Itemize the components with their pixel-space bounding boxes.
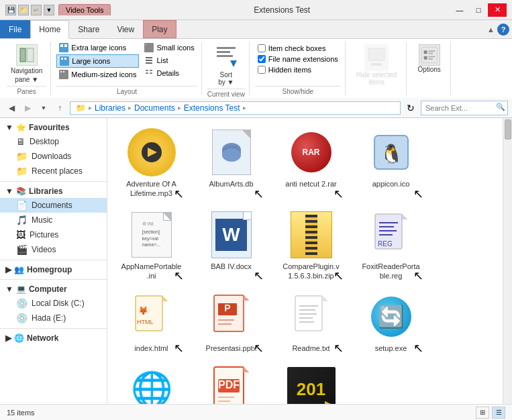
tab-file[interactable]: File (0, 20, 30, 38)
item-check-boxes-label: Item check boxes (268, 44, 326, 52)
search-input[interactable] (421, 101, 508, 115)
svg-rect-3 (60, 44, 63, 47)
help-button[interactable]: ? (497, 23, 509, 36)
file-compareplugin-zip[interactable]: ComparePlugin.v1.5.6.3.bin.zip ↖ (272, 206, 350, 286)
statusbar-right: ⊞ ☰ (476, 407, 505, 419)
sidebar-item-local-disk[interactable]: 💿 Local Disk (C:) (0, 296, 107, 311)
large-icon-view-toggle[interactable]: ⊞ (476, 407, 489, 419)
svg-rect-28 (423, 56, 427, 60)
svg-rect-27 (423, 50, 427, 54)
options-button[interactable]: Options (412, 42, 446, 76)
details-view-toggle[interactable]: ☰ (492, 407, 505, 419)
file-readme-txt[interactable]: Readme.txt ↖ (272, 288, 350, 358)
close-button[interactable]: ✕ (488, 3, 507, 17)
tab-play[interactable]: Play (143, 20, 176, 38)
file-appicon-ico[interactable]: 🐧 appicon.ico ↖ (352, 123, 429, 203)
quick-arrow-icon[interactable]: ▼ (44, 5, 54, 15)
forward-button[interactable]: ▶ (20, 101, 35, 115)
breadcrumb-documents[interactable]: Documents (134, 103, 175, 113)
sidebar-item-pictures[interactable]: 🖼 Pictures (0, 227, 107, 242)
scrollbar-thumb[interactable] (505, 119, 511, 140)
hidden-items-row[interactable]: Hidden items (258, 66, 338, 74)
sort-by-button[interactable]: Sortby ▼ (213, 42, 240, 89)
video-tools-label[interactable]: Video Tools (58, 4, 111, 15)
file-index-html[interactable]: 🦊 HTML index.html ↖ (113, 288, 190, 358)
tab-share[interactable]: Share (69, 20, 108, 38)
back-button[interactable]: ◀ (4, 101, 19, 115)
file-video-mp4[interactable]: 201 VideoTutorial.mp4 ↖ (272, 360, 350, 404)
file-appname-ini[interactable]: ⚙ INI [section] key=val name=... AppName… (113, 206, 190, 286)
sidebar-item-hada[interactable]: 💿 Hada (E:) (0, 311, 107, 325)
sidebar-item-videos[interactable]: 🎬 Videos (0, 242, 107, 257)
sidebar-section-network: ▶ 🌐 Network (0, 331, 107, 345)
file-name-extensions-row[interactable]: File name extensions (258, 55, 338, 63)
file-name-extensions-checkbox[interactable] (258, 55, 266, 63)
file-anti-netcut-rar[interactable]: RAR anti netcut 2.rar ↖ (272, 123, 350, 203)
sidebar-header-libraries[interactable]: ▼ 📚 Libraries (0, 185, 107, 198)
sidebar-item-desktop[interactable]: 🖥 Desktop (0, 134, 107, 149)
sidebar-header-network[interactable]: ▶ 🌐 Network (0, 331, 107, 345)
hidden-items-checkbox[interactable] (258, 66, 266, 74)
window-title: Extensions Test (113, 5, 450, 15)
refresh-button[interactable]: ↻ (403, 101, 418, 115)
sidebar-header-favourites[interactable]: ▼ ⭐ Favourites (0, 121, 107, 134)
hide-selected-button[interactable]: Hide selecteditems (351, 42, 403, 89)
recent-label: Recent places (32, 166, 83, 176)
sidebar-header-computer[interactable]: ▼ 💻 Computer (0, 282, 107, 296)
anti-netcut-rar-name: anti netcut 2.rar (285, 179, 336, 189)
breadcrumb-libraries[interactable]: Libraries (95, 103, 125, 113)
svg-marker-48 (162, 296, 168, 301)
sidebar-item-recent-places[interactable]: 📁 Recent places (0, 164, 107, 178)
medium-icons-btn[interactable]: Medium-sized icons (56, 68, 139, 81)
panes-content: Navigation pane ▼ (7, 42, 46, 86)
collapse-ribbon-icon[interactable]: ▲ (487, 25, 495, 34)
large-icons-btn[interactable]: Large icons (56, 54, 139, 68)
hide-selected-content: Hide selecteditems (351, 42, 403, 89)
maximize-button[interactable]: □ (469, 3, 488, 17)
file-adventure-mp3[interactable]: Adventure Of ALifetime.mp3 ↖ (113, 123, 190, 203)
list-btn[interactable]: List (142, 54, 197, 66)
svg-rect-16 (146, 70, 148, 71)
quick-save-icon[interactable]: 💾 (5, 5, 16, 15)
breadcrumb-icon: 📁 (76, 103, 86, 113)
titlebar: 💾 📁 ↩ ▼ Video Tools Extensions Test — □ … (0, 0, 512, 20)
up-button[interactable]: ↑ (52, 101, 67, 115)
scrollbar[interactable] (503, 118, 512, 404)
tab-view[interactable]: View (108, 20, 143, 38)
item-check-boxes-checkbox[interactable] (258, 44, 266, 52)
tab-home[interactable]: Home (30, 20, 69, 39)
file-presentasi-pptx[interactable]: P Presentasi.pptx ↖ (193, 288, 270, 358)
file-bab-docx[interactable]: W BAB IV.docx ↖ (193, 206, 270, 286)
extra-large-icons-btn[interactable]: Extra large icons (56, 42, 139, 54)
item-check-boxes-row[interactable]: Item check boxes (258, 44, 338, 52)
small-icons-btn[interactable]: Small icons (142, 42, 197, 54)
file-setup-xml[interactable]: 🌐 setup.xml ↖ (113, 360, 190, 404)
layout-group-label: Layout (56, 86, 197, 95)
breadcrumb-extensions-test[interactable]: Extensions Test (184, 103, 240, 113)
main-area: ▼ ⭐ Favourites 🖥 Desktop 📁 Downloads 📁 R… (0, 118, 512, 404)
search-icon[interactable]: 🔍 (496, 103, 505, 111)
recent-locations-button[interactable]: ▼ (36, 101, 51, 115)
details-btn[interactable]: Details (142, 67, 197, 79)
svg-marker-53 (244, 295, 249, 301)
svg-text:P: P (224, 303, 230, 313)
svg-rect-41 (379, 222, 398, 223)
options-label: Options (417, 66, 440, 73)
navigation-pane-button[interactable]: Navigation pane ▼ (7, 42, 46, 86)
quick-undo-icon[interactable]: ↩ (31, 5, 42, 15)
svg-text:REG: REG (378, 240, 393, 248)
sidebar-item-documents[interactable]: 📄 Documents (0, 198, 107, 213)
file-setup-exe[interactable]: 🔄 setup.exe ↖ (352, 288, 429, 358)
minimize-button[interactable]: — (450, 3, 469, 17)
file-albumarts-db[interactable]: AlbumArts.db ↖ (193, 123, 270, 203)
quick-folder-icon[interactable]: 📁 (18, 5, 29, 15)
sidebar-header-homegroup[interactable]: ▶ 👥 Homegroup (0, 263, 107, 276)
address-path[interactable]: 📁 ▸ Libraries ▸ Documents ▸ Extensions T… (70, 101, 401, 115)
sidebar-item-music[interactable]: 🎵 Music (0, 213, 107, 227)
svg-rect-64 (299, 317, 313, 319)
sidebar-item-downloads[interactable]: 📁 Downloads (0, 149, 107, 164)
file-shyfoundry-pdf[interactable]: PDF ShyFoundryFreewareEULA.pdf ↖ (193, 360, 270, 404)
svg-rect-20 (217, 47, 236, 49)
file-foxitreader-reg[interactable]: REG FoxitReaderPortable.reg ↖ (352, 206, 429, 286)
svg-text:PDF: PDF (218, 379, 240, 390)
